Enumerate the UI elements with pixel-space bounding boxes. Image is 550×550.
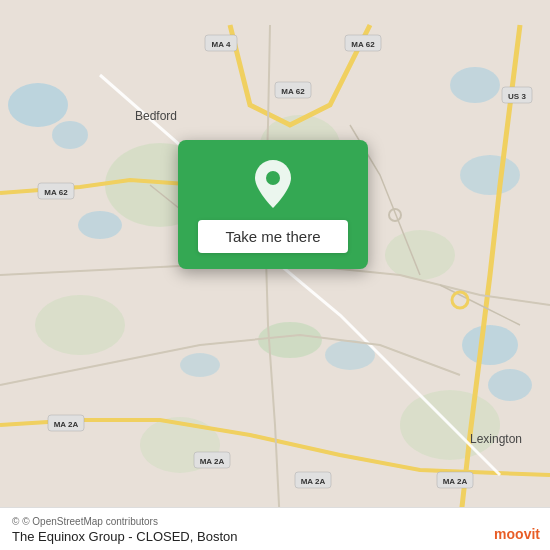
svg-point-39: [266, 171, 280, 185]
svg-point-3: [78, 211, 122, 239]
place-info: The Equinox Group - CLOSED, Boston: [12, 529, 237, 544]
svg-point-13: [385, 230, 455, 280]
svg-point-5: [462, 325, 518, 365]
map-container: MA 4 MA 62 MA 62 US 3 MA 62 MA 2A MA 2A …: [0, 0, 550, 550]
place-city: Boston: [197, 529, 237, 544]
map-attribution: © © OpenStreetMap contributors: [12, 516, 538, 527]
copyright-symbol: ©: [12, 516, 19, 527]
svg-text:MA 62: MA 62: [44, 188, 68, 197]
map-background: MA 4 MA 62 MA 62 US 3 MA 62 MA 2A MA 2A …: [0, 0, 550, 550]
svg-text:MA 62: MA 62: [281, 87, 305, 96]
svg-text:MA 4: MA 4: [212, 40, 231, 49]
svg-text:Lexington: Lexington: [470, 432, 522, 446]
svg-text:MA 2A: MA 2A: [443, 477, 468, 486]
svg-text:MA 2A: MA 2A: [301, 477, 326, 486]
place-name: The Equinox Group - CLOSED: [12, 529, 190, 544]
svg-point-1: [8, 83, 68, 127]
svg-point-14: [35, 295, 125, 355]
svg-point-6: [488, 369, 532, 401]
location-pin-icon: [247, 158, 299, 210]
svg-point-7: [460, 155, 520, 195]
svg-text:MA 2A: MA 2A: [54, 420, 79, 429]
bottom-info-bar: © © OpenStreetMap contributors The Equin…: [0, 507, 550, 550]
svg-point-4: [450, 67, 500, 103]
svg-text:Bedford: Bedford: [135, 109, 177, 123]
location-card: Take me there: [178, 140, 368, 269]
svg-point-2: [52, 121, 88, 149]
svg-text:US 3: US 3: [508, 92, 526, 101]
svg-point-10: [180, 353, 220, 377]
svg-text:MA 2A: MA 2A: [200, 457, 225, 466]
moovit-brand-text: moovit: [494, 526, 540, 542]
svg-text:MA 62: MA 62: [351, 40, 375, 49]
moovit-logo: moovit: [494, 526, 540, 542]
attribution-text: © OpenStreetMap contributors: [22, 516, 158, 527]
take-me-there-button[interactable]: Take me there: [198, 220, 348, 253]
